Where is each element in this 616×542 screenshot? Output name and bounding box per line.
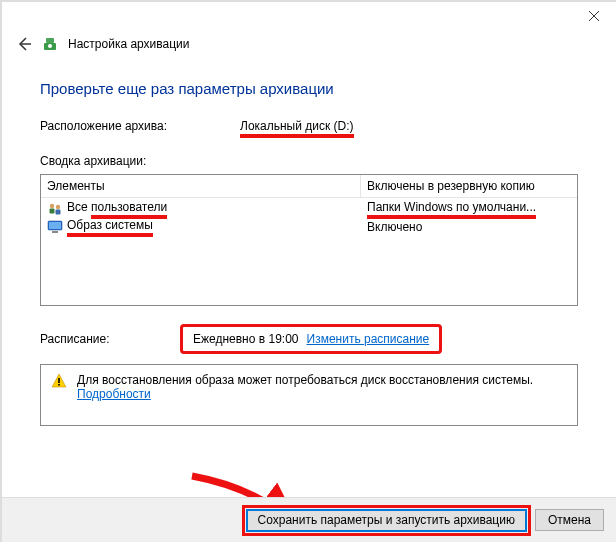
- schedule-value: Ежедневно в 19:00: [193, 332, 299, 346]
- arrow-left-icon: [16, 36, 32, 52]
- col-included[interactable]: Включены в резервную копию: [361, 175, 577, 197]
- warning-icon: [51, 373, 67, 389]
- close-button[interactable]: [571, 2, 616, 30]
- svg-rect-12: [52, 231, 58, 233]
- location-value: Локальный диск (D:): [240, 119, 354, 138]
- title-bar: [2, 2, 616, 30]
- svg-rect-14: [58, 384, 60, 386]
- svg-point-8: [56, 205, 60, 209]
- svg-rect-11: [49, 222, 61, 229]
- svg-rect-13: [58, 378, 60, 383]
- summary-label: Сводка архивации:: [40, 142, 578, 174]
- row1-name: Образ системы: [67, 218, 153, 237]
- header: Настройка архивации: [2, 30, 616, 66]
- row1-inc: Включено: [367, 220, 422, 234]
- monitor-icon: [47, 219, 63, 235]
- info-text: Для восстановления образа может потребов…: [77, 373, 533, 387]
- content: Проверьте еще раз параметры архивации Ра…: [2, 66, 616, 426]
- control-panel-icon: [42, 36, 58, 52]
- back-button[interactable]: [16, 36, 32, 52]
- schedule-box: Ежедневно в 19:00 Изменить расписание: [180, 324, 442, 354]
- summary-table: Элементы Включены в резервную копию Все …: [40, 174, 578, 306]
- table-header: Элементы Включены в резервную копию: [41, 175, 577, 198]
- info-text-wrap: Для восстановления образа может потребов…: [77, 373, 533, 417]
- svg-point-4: [48, 44, 52, 48]
- schedule-row: Расписание: Ежедневно в 19:00 Изменить р…: [40, 306, 578, 364]
- location-label: Расположение архива:: [40, 119, 220, 138]
- info-link[interactable]: Подробности: [77, 387, 151, 401]
- location-row: Расположение архива: Локальный диск (D:): [40, 115, 578, 142]
- page-title: Проверьте еще раз параметры архивации: [40, 66, 578, 115]
- svg-point-6: [50, 204, 54, 208]
- cancel-button[interactable]: Отмена: [535, 509, 604, 531]
- svg-rect-7: [50, 209, 55, 214]
- footer: Сохранить параметры и запустить архиваци…: [2, 497, 616, 542]
- schedule-label: Расписание:: [40, 332, 160, 346]
- info-box: Для восстановления образа может потребов…: [40, 364, 578, 426]
- change-schedule-link[interactable]: Изменить расписание: [307, 332, 430, 346]
- table-row[interactable]: Все пользователи Папки Windows по умолча…: [41, 200, 577, 218]
- close-icon: [589, 11, 599, 21]
- svg-rect-5: [46, 38, 54, 43]
- table-row[interactable]: Образ системы Включено: [41, 218, 577, 236]
- row0-inc: Папки Windows по умолчани...: [367, 200, 536, 219]
- col-elements[interactable]: Элементы: [41, 175, 361, 197]
- breadcrumb: Настройка архивации: [68, 37, 190, 51]
- save-button[interactable]: Сохранить параметры и запустить архиваци…: [246, 509, 527, 532]
- svg-rect-9: [56, 210, 61, 215]
- row0-name: Все пользователи: [67, 200, 167, 219]
- users-icon: [47, 201, 63, 217]
